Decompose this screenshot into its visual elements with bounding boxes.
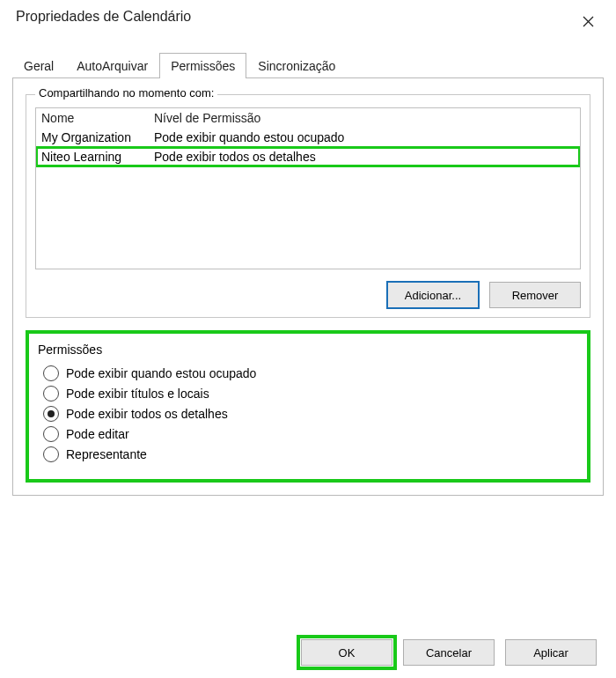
radio-icon — [43, 446, 59, 462]
header-name: Nome — [41, 111, 154, 125]
permission-option-label: Pode exibir quando estou ocupado — [66, 366, 256, 380]
sharing-list[interactable]: Nome Nível de Permissão My OrganizationP… — [35, 107, 581, 269]
tab-geral[interactable]: Geral — [12, 53, 65, 78]
permission-option[interactable]: Representante — [43, 446, 578, 462]
remove-button[interactable]: Remover — [489, 282, 581, 308]
close-icon — [583, 16, 594, 27]
radio-icon — [43, 365, 59, 381]
add-button[interactable]: Adicionar... — [387, 282, 479, 308]
apply-button[interactable]: Aplicar — [505, 639, 597, 666]
window-title: Propriedades de Calendário — [16, 9, 191, 25]
tab-strip: GeralAutoArquivarPermissõesSincronização — [12, 49, 616, 77]
ok-highlight: OK — [301, 639, 392, 666]
permissions-title: Permissões — [38, 343, 578, 357]
permission-option-label: Pode exibir todos os detalhes — [66, 407, 228, 421]
permissions-options: Pode exibir quando estou ocupadoPode exi… — [38, 365, 578, 462]
permission-option-label: Pode exibir títulos e locais — [66, 387, 209, 401]
list-header: Nome Nível de Permissão — [36, 108, 580, 128]
radio-icon — [43, 386, 59, 402]
cell-name: My Organization — [41, 130, 154, 144]
tab-sincronização[interactable]: Sincronização — [246, 53, 347, 78]
header-permission: Nível de Permissão — [154, 111, 575, 125]
ok-button[interactable]: OK — [301, 639, 392, 666]
cell-permission: Pode exibir todos os detalhes — [154, 150, 575, 164]
permission-option[interactable]: Pode editar — [43, 426, 578, 442]
sharing-group: Compartilhando no momento com: Nome Níve… — [26, 94, 590, 318]
list-row[interactable]: Niteo LearningPode exibir todos os detal… — [36, 147, 580, 166]
radio-icon — [43, 426, 59, 442]
title-bar: Propriedades de Calendário — [0, 0, 616, 42]
radio-icon — [43, 406, 59, 422]
cell-name: Niteo Learning — [41, 150, 154, 164]
permissions-block: Permissões Pode exibir quando estou ocup… — [26, 330, 590, 483]
cell-permission: Pode exibir quando estou ocupado — [154, 130, 575, 144]
close-button[interactable] — [570, 9, 605, 33]
tab-permissões[interactable]: Permissões — [159, 53, 246, 78]
cancel-button[interactable]: Cancelar — [403, 639, 495, 666]
dialog-footer: OK Cancelar Aplicar — [301, 639, 597, 666]
tab-autoarquivar[interactable]: AutoArquivar — [65, 53, 159, 78]
list-row[interactable]: My OrganizationPode exibir quando estou … — [36, 128, 580, 147]
permission-option-label: Representante — [66, 447, 147, 461]
permission-option-label: Pode editar — [66, 427, 129, 441]
permission-option[interactable]: Pode exibir todos os detalhes — [43, 406, 578, 422]
tab-content: Compartilhando no momento com: Nome Níve… — [12, 77, 604, 496]
permission-option[interactable]: Pode exibir títulos e locais — [43, 386, 578, 402]
sharing-legend: Compartilhando no momento com: — [35, 86, 217, 99]
permission-option[interactable]: Pode exibir quando estou ocupado — [43, 365, 578, 381]
sharing-actions: Adicionar... Remover — [35, 282, 581, 308]
